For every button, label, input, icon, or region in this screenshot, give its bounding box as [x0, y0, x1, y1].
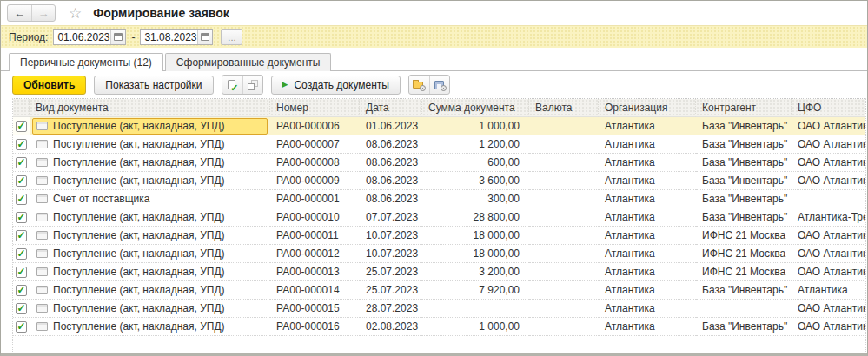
date-cell: 08.06.2023	[360, 135, 422, 154]
period-bar: Период: - ...	[1, 25, 867, 48]
currency-cell	[529, 300, 599, 318]
column-header-organization[interactable]: Организация	[599, 99, 696, 117]
doc-type-cell: Поступление (акт, накладная, УПД)	[53, 302, 225, 314]
forward-button[interactable]: →	[31, 5, 55, 21]
organization-cell: Атлантика	[599, 245, 696, 263]
tab-bar: Первичные документы (12) Сформированные …	[9, 53, 867, 71]
table-row[interactable]: ✓ Поступление (акт, накладная, УПД) РА00…	[13, 227, 865, 245]
currency-cell	[529, 281, 599, 300]
back-button[interactable]: ←	[8, 5, 31, 21]
row-checkbox[interactable]: ✓	[16, 321, 27, 333]
row-checkbox[interactable]: ✓	[16, 157, 27, 168]
number-cell: РА00-000007	[270, 135, 360, 154]
date-cell: 08.06.2023	[360, 172, 422, 190]
cfo-cell: ОАО Атлантика	[792, 300, 865, 318]
number-cell: РА00-000015	[270, 300, 360, 318]
cfo-cell: ОАО Атлантика	[792, 172, 865, 190]
column-header-doc-type[interactable]: Вид документа	[30, 99, 270, 117]
table-row[interactable]: ✓ Поступление (акт, накладная, УПД) РА00…	[13, 117, 865, 135]
amount-cell: 18 000,00	[422, 227, 529, 245]
table-row[interactable]: ✓ Поступление (акт, накладная, УПД) РА00…	[13, 318, 865, 336]
show-settings-button[interactable]: Показать настройки	[94, 76, 213, 95]
organization-cell: Атлантика	[599, 190, 696, 208]
load-settings-button[interactable]	[409, 76, 429, 94]
document-icon	[36, 304, 48, 313]
create-documents-button[interactable]: ▶ Создать документы	[271, 76, 401, 95]
settings-io-group	[408, 75, 450, 95]
column-header-counterparty[interactable]: Контрагент	[696, 99, 792, 117]
save-gear-icon	[434, 80, 446, 90]
doc-type-cell: Поступление (акт, накладная, УПД)	[53, 156, 225, 168]
document-icon	[36, 322, 48, 331]
organization-cell: Атлантика	[599, 135, 696, 154]
row-checkbox[interactable]: ✓	[16, 303, 27, 314]
table-row[interactable]: ✓ Поступление (акт, накладная, УПД) РА00…	[13, 300, 865, 318]
amount-cell: 3 600,00	[422, 172, 529, 190]
period-to-calendar-button[interactable]	[197, 30, 212, 44]
date-cell: 25.07.2023	[360, 281, 422, 300]
row-checkbox[interactable]: ✓	[16, 248, 27, 260]
row-checkbox[interactable]: ✓	[16, 139, 27, 150]
table-row[interactable]: ✓ Поступление (акт, накладная, УПД) РА00…	[13, 172, 865, 190]
counterparty-cell: База "Инвентарь"	[696, 154, 792, 172]
amount-cell: 600,00	[422, 154, 529, 172]
table-row[interactable]: ✓ Поступление (акт, накладная, УПД) РА00…	[13, 135, 865, 154]
row-checkbox[interactable]: ✓	[16, 121, 27, 132]
table-row[interactable]: ✓ Поступление (акт, накладная, УПД) РА00…	[13, 208, 865, 227]
table-row[interactable]: ✓ Счет от поставщика РА00-000001 08.06.2…	[13, 190, 865, 208]
cfo-cell: Атлантика-Трейдинг	[792, 208, 865, 227]
cfo-cell: ОАО Атлантика	[792, 245, 865, 263]
doc-type-cell: Поступление (акт, накладная, УПД)	[53, 320, 225, 333]
row-checkbox[interactable]: ✓	[16, 175, 27, 187]
date-cell: 08.06.2023	[360, 154, 422, 172]
column-header-currency[interactable]: Валюта	[529, 99, 599, 117]
cfo-cell: ОАО Атлантика	[792, 154, 865, 172]
column-header-amount[interactable]: Сумма документа	[422, 99, 529, 117]
amount-cell: 1 200,00	[422, 135, 529, 154]
currency-cell	[529, 208, 599, 227]
doc-type-cell: Поступление (акт, накладная, УПД)	[53, 175, 225, 187]
toolbar: Обновить Показать настройки ✓ ▶ Создать …	[1, 71, 867, 98]
document-icon	[36, 249, 48, 258]
counterparty-cell: База "Инвентарь"	[696, 135, 792, 154]
document-icon	[36, 231, 48, 240]
favorites-star-icon[interactable]: ☆	[69, 6, 82, 21]
amount-cell: 28 800,00	[422, 208, 529, 227]
cfo-cell: ОАО Атлантика	[792, 318, 865, 336]
period-from-input[interactable]	[54, 30, 110, 44]
table-row[interactable]: ✓ Поступление (акт, накладная, УПД) РА00…	[13, 154, 865, 172]
table-row[interactable]: ✓ Поступление (акт, накладная, УПД) РА00…	[13, 281, 865, 300]
amount-cell: 300,00	[422, 190, 529, 208]
counterparty-cell: База "Инвентарь"	[696, 190, 792, 208]
organization-cell: Атлантика	[599, 300, 696, 318]
row-checkbox[interactable]: ✓	[16, 230, 27, 241]
number-cell: РА00-000008	[270, 154, 360, 172]
column-header-check	[13, 99, 30, 117]
doc-type-cell: Поступление (акт, накладная, УПД)	[53, 211, 225, 223]
clear-all-marks-button[interactable]	[242, 76, 262, 94]
date-cell: 08.06.2023	[360, 190, 422, 208]
row-checkbox[interactable]: ✓	[16, 194, 27, 205]
row-checkbox[interactable]: ✓	[16, 285, 27, 296]
set-all-marks-button[interactable]: ✓	[222, 76, 242, 94]
period-to-input[interactable]	[141, 30, 197, 44]
number-cell: РА00-000013	[270, 263, 360, 281]
counterparty-cell: База "Инвентарь"	[696, 172, 792, 190]
period-from-calendar-button[interactable]	[110, 30, 125, 44]
column-header-number[interactable]: Номер	[270, 99, 360, 117]
row-checkbox[interactable]: ✓	[16, 267, 27, 278]
counterparty-cell: ИФНС 21 Москва	[696, 245, 792, 263]
row-checkbox[interactable]: ✓	[16, 212, 27, 223]
save-settings-button[interactable]	[429, 76, 449, 94]
table-row[interactable]: ✓ Поступление (акт, накладная, УПД) РА00…	[13, 245, 865, 263]
column-header-cfo[interactable]: ЦФО	[792, 99, 865, 117]
organization-cell: Атлантика	[599, 117, 696, 135]
refresh-button[interactable]: Обновить	[12, 76, 86, 95]
document-icon	[36, 213, 48, 221]
organization-cell: Атлантика	[599, 154, 696, 172]
column-header-date[interactable]: Дата	[360, 99, 422, 117]
tab-generated-documents[interactable]: Сформированные документы	[165, 53, 332, 71]
table-row[interactable]: ✓ Поступление (акт, накладная, УПД) РА00…	[13, 263, 865, 281]
period-more-button[interactable]: ...	[221, 29, 242, 45]
tab-primary-documents[interactable]: Первичные документы (12)	[9, 53, 163, 71]
